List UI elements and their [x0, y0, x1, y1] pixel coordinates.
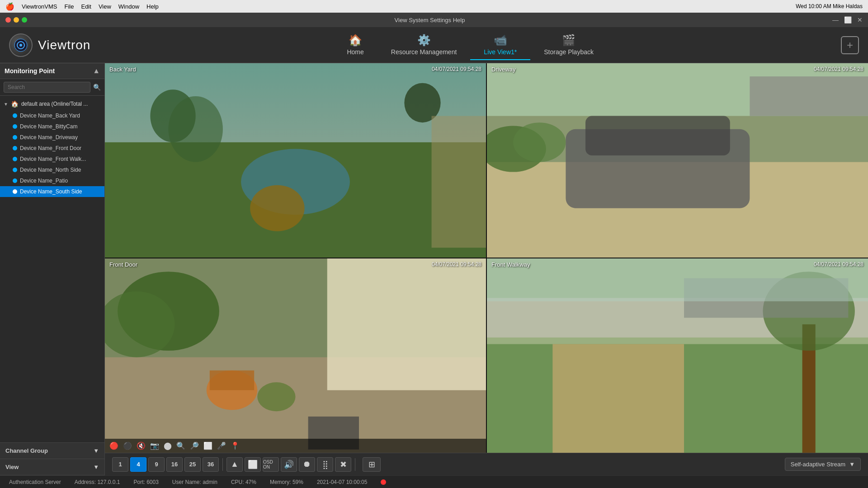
resource-icon: ⚙️	[417, 34, 431, 47]
layout-25-button[interactable]: 25	[184, 457, 201, 472]
maximize-btn[interactable]	[22, 17, 27, 23]
device-name-frontwalk: Device Name_Front Walk...	[20, 156, 86, 162]
stream-label: Self-adaptive Stream	[791, 461, 845, 468]
channel-group-collapse: ▼	[93, 447, 99, 454]
prev-layout-button[interactable]: ▲	[226, 457, 243, 472]
windowed-button[interactable]: ⬜	[245, 457, 261, 472]
ctrl-stop[interactable]: ⚫	[123, 441, 132, 450]
video-cell-frontwalk[interactable]: Front Walkway 04/07/2021 09:54:28	[487, 258, 868, 453]
server-address: Address: 127.0.0.1	[75, 479, 120, 485]
audio-button[interactable]: 🔊	[281, 457, 297, 472]
ctrl-mic[interactable]: 🎤	[217, 441, 226, 450]
menu-file[interactable]: File	[65, 3, 74, 10]
video-cell-driveway[interactable]: Driveway 04/07/2021 09:54:28	[487, 63, 868, 258]
sidebar-bottom-sections: Channel Group ▼ View ▼	[0, 442, 104, 475]
nav-liveview[interactable]: 📹 Live View1*	[470, 30, 530, 60]
menu-window[interactable]: Window	[118, 3, 139, 10]
app-name: ViewtronVMS	[22, 3, 57, 10]
ctrl-location[interactable]: 📍	[231, 441, 240, 450]
monitoring-point-collapse[interactable]: ▲	[93, 67, 100, 75]
ctrl-zoom-out[interactable]: 🔎	[190, 441, 199, 450]
record-button[interactable]: ⏺	[299, 457, 315, 472]
ctrl-fullscreen[interactable]: ⬜	[203, 441, 212, 450]
device-status-dot	[13, 135, 17, 140]
channel-group-section[interactable]: Channel Group ▼	[0, 443, 104, 459]
device-item-northside[interactable]: Device Name_North Side	[0, 164, 104, 175]
view-collapse: ▼	[93, 464, 99, 470]
mac-menubar: 🍎 ViewtronVMS File Edit View Window Help…	[0, 0, 868, 13]
device-item-frontwalk[interactable]: Device Name_Front Walk...	[0, 154, 104, 164]
svg-point-6	[169, 96, 223, 162]
titlebar-restore-icon[interactable]: ⬜	[844, 16, 852, 23]
device-name-backyard: Device Name_Back Yard	[20, 113, 80, 119]
titlebar-min-icon[interactable]: —	[832, 16, 839, 23]
device-item-frontdoor[interactable]: Device Name_Front Door	[0, 143, 104, 154]
close-all-button[interactable]: ✖	[335, 457, 351, 472]
nav-home[interactable]: 🏠 Home	[333, 30, 377, 60]
search-input[interactable]	[4, 82, 90, 93]
titlebar-close-icon[interactable]: ✕	[857, 16, 863, 23]
device-status-dot	[13, 157, 17, 161]
menubar-left: 🍎 ViewtronVMS File Edit View Window Help	[5, 2, 159, 11]
nav-playback[interactable]: 🎬 Storage Playback	[530, 30, 607, 60]
svg-rect-10	[432, 116, 486, 248]
grid-icon: ⣿	[322, 460, 328, 469]
device-item-southside[interactable]: Device Name_South Side	[0, 186, 104, 197]
search-bar: 🔍	[0, 79, 104, 96]
windowed-icon: ⬜	[248, 460, 258, 469]
menu-view[interactable]: View	[99, 3, 111, 10]
video-overlay-frontwalk: Front Walkway 04/07/2021 09:54:28	[487, 258, 868, 271]
bottom-toolbar: 1 4 9 16 25 36 ▲	[105, 453, 868, 475]
user-name: User Name: admin	[172, 479, 217, 485]
device-item-driveway[interactable]: Device Name_Driveway	[0, 132, 104, 143]
video-label-frontdoor: Front Door	[109, 261, 137, 268]
svg-point-18	[513, 122, 566, 162]
layout-16-label: 16	[171, 461, 178, 468]
stream-dropdown[interactable]: Self-adaptive Stream ▼	[785, 458, 861, 471]
add-view-button[interactable]: +	[841, 36, 859, 54]
menu-edit[interactable]: Edit	[81, 3, 91, 10]
layout-1-label: 1	[118, 461, 122, 468]
video-cell-frontdoor[interactable]: Front Door 04/07/2021 09:54:28	[105, 258, 486, 453]
close-btn[interactable]	[5, 17, 11, 23]
nav-resource[interactable]: ⚙️ Resource Management	[377, 30, 471, 60]
svg-point-9	[250, 185, 304, 231]
video-overlay-frontdoor: Front Door 04/07/2021 09:54:28	[105, 258, 486, 271]
ctrl-snapshot[interactable]: 📷	[150, 441, 159, 450]
layout-16-button[interactable]: 16	[166, 457, 183, 472]
root-node-label: default area (Online/Total ...	[21, 101, 88, 107]
sidebar: Monitoring Point ▲ 🔍 ▼ 🏠 default area (O…	[0, 63, 105, 475]
search-icon[interactable]: 🔍	[93, 84, 101, 91]
grid-button[interactable]: ⣿	[317, 457, 333, 472]
osd-button[interactable]: OSD ON	[263, 457, 279, 472]
view-section[interactable]: View ▼	[0, 459, 104, 475]
menu-help[interactable]: Help	[146, 3, 159, 10]
device-status-dot	[13, 146, 17, 150]
device-item-backyard[interactable]: Device Name_Back Yard	[0, 110, 104, 121]
ctrl-zoom-in[interactable]: 🔍	[176, 441, 185, 450]
video-cell-backyard[interactable]: Back Yard 04/07/2021 09:54:28	[105, 63, 486, 258]
close-all-icon: ✖	[340, 460, 347, 469]
memory-usage: Memory: 59%	[270, 479, 303, 485]
app-logo	[9, 33, 33, 57]
video-area: Back Yard 04/07/2021 09:54:28	[105, 63, 868, 475]
layout-4-label: 4	[137, 461, 140, 468]
layout-4-button[interactable]: 4	[130, 457, 146, 472]
ctrl-record[interactable]: 🔴	[109, 441, 118, 450]
layout-manager-icon: ⊞	[368, 460, 375, 469]
layout-9-button[interactable]: 9	[148, 457, 165, 472]
device-item-patio[interactable]: Device Name_Patio	[0, 175, 104, 186]
device-item-bittycam[interactable]: Device Name_BittyCam	[0, 121, 104, 132]
auth-server-label: Authentication Server	[9, 479, 61, 485]
layout-1-button[interactable]: 1	[112, 457, 128, 472]
device-status-dot	[13, 124, 17, 129]
minimize-btn[interactable]	[14, 17, 19, 23]
nav-home-label: Home	[347, 48, 363, 56]
apple-logo[interactable]: 🍎	[5, 2, 14, 11]
layout-manager-button[interactable]: ⊞	[363, 457, 381, 472]
ctrl-fisheye[interactable]: ⬤	[164, 441, 172, 450]
layout-36-button[interactable]: 36	[203, 457, 219, 472]
tree-root-node[interactable]: ▼ 🏠 default area (Online/Total ...	[0, 98, 104, 110]
ctrl-audio[interactable]: 🔇	[137, 441, 146, 450]
logo-text: Viewtron	[38, 38, 90, 52]
